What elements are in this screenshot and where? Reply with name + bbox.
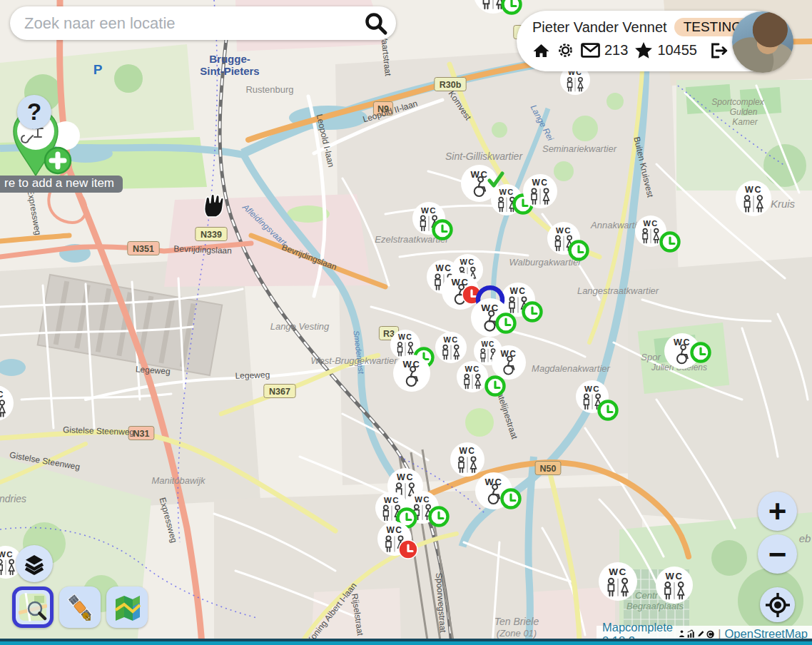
svg-text:WC: WC	[532, 178, 549, 188]
home-icon[interactable]	[532, 42, 550, 59]
map-label: Sportcomplex	[711, 97, 764, 107]
opening-hours-badge-green	[503, 0, 521, 14]
road-shield-label: N367	[269, 387, 290, 397]
map-label: Bevrijdingslaan	[173, 244, 232, 256]
messages-count[interactable]: 213	[604, 42, 628, 59]
add-item-tooltip: re to add a new item	[0, 176, 123, 193]
map-label: ndries	[0, 493, 26, 504]
map-label: Centr	[635, 590, 658, 601]
theme-bottom-bar	[0, 639, 812, 645]
svg-text:WC: WC	[644, 219, 659, 228]
zoom-in-button[interactable]: +	[758, 492, 797, 531]
map-label: Sint-Pieters	[200, 65, 259, 77]
map-label: P	[93, 62, 103, 77]
svg-text:WC: WC	[501, 349, 517, 359]
map-label: Manitobawijk	[151, 475, 206, 486]
crosshair-icon	[765, 592, 791, 618]
map-label: Gulden	[730, 107, 758, 117]
logout-icon[interactable]	[709, 42, 728, 59]
map-label: Kruis	[771, 198, 796, 210]
toilet-marker[interactable]: WC	[656, 567, 693, 604]
map-label: (Zone 01)	[497, 628, 537, 639]
svg-text:WC: WC	[460, 446, 476, 456]
map-label: Langestraatkwartier	[577, 285, 659, 296]
svg-text:WC: WC	[674, 337, 691, 347]
settings-gear-icon[interactable]	[557, 41, 574, 59]
search-bar	[10, 6, 396, 40]
layer-option-map[interactable]	[106, 586, 148, 628]
layers-button[interactable]	[16, 545, 53, 582]
map-label: Ten Briele	[494, 616, 539, 627]
map-label: eb	[799, 532, 811, 544]
map-label: Sint-Gilliskwartier	[445, 151, 523, 162]
opening-hours-badge-green	[692, 344, 710, 362]
statistics-icon[interactable]	[687, 629, 694, 639]
svg-text:WC: WC	[465, 365, 480, 373]
zoom-out-button[interactable]: −	[758, 534, 797, 574]
map-label: Rustenburg	[245, 84, 293, 95]
toilet-marker[interactable]: WC	[599, 562, 637, 601]
toilet-marker[interactable]: WC	[393, 355, 430, 392]
opening-hours-badge-green	[524, 303, 542, 321]
svg-text:WC: WC	[556, 226, 572, 235]
svg-text:WC: WC	[584, 385, 600, 393]
osm-map-icon	[19, 593, 47, 621]
hand-cursor-icon	[205, 194, 224, 217]
svg-text:WC: WC	[499, 188, 514, 196]
svg-text:WC: WC	[398, 332, 412, 341]
satellite-icon	[65, 592, 95, 622]
opening-hours-badge-green	[570, 242, 588, 260]
svg-text:WC: WC	[421, 206, 437, 215]
mapcomplete-app: { "search": { "placeholder": "Zoek naar …	[0, 0, 812, 645]
messages-icon[interactable]	[581, 43, 600, 58]
map-label: Spor	[641, 352, 661, 362]
changes-count[interactable]: 10455	[657, 42, 697, 59]
svg-text:WC: WC	[666, 571, 684, 581]
map-label: Kamer	[732, 117, 758, 127]
opening-hours-badge-green	[487, 377, 504, 395]
toilet-marker[interactable]: WC	[492, 345, 526, 380]
layer-option-osm[interactable]	[12, 586, 54, 628]
map-label: Walburgakwartier	[509, 257, 582, 268]
geolocate-button[interactable]	[760, 587, 795, 622]
star-icon	[634, 41, 653, 59]
map-label: West-Bruggekwartier	[310, 355, 397, 366]
svg-text:WC: WC	[481, 340, 494, 348]
svg-text:WC: WC	[444, 335, 459, 344]
question-mark: ?	[27, 98, 41, 126]
layers-icon	[21, 551, 47, 577]
help-button[interactable]: ?	[17, 95, 51, 129]
toilet-marker[interactable]: WC	[435, 332, 467, 363]
toilet-marker[interactable]: WC	[450, 442, 484, 477]
map-label: Seminariekwartier	[542, 143, 617, 154]
map-label: Legeweg	[235, 370, 270, 381]
opening-hours-badge-green	[434, 221, 452, 239]
opening-hours-badge-green	[430, 508, 448, 526]
opening-hours-badge-green	[661, 233, 679, 251]
road-shield-label: N339	[201, 230, 222, 240]
user-stat-icon[interactable]	[679, 629, 685, 639]
map-label: Lange Vesting	[270, 321, 330, 332]
toilet-marker[interactable]: WC	[523, 174, 557, 208]
search-input[interactable]	[23, 14, 363, 34]
search-icon[interactable]	[363, 11, 389, 36]
road-shield-label: N50	[540, 464, 557, 474]
svg-text:WC: WC	[460, 258, 475, 266]
pen-icon[interactable]	[697, 629, 704, 639]
toilet-marker[interactable]: WC	[736, 181, 771, 216]
opening-hours-badge-green	[599, 402, 617, 420]
road-shield-label: N351	[133, 244, 154, 254]
user-name: Pieter Vander Vennet	[532, 19, 667, 36]
svg-text:WC: WC	[609, 567, 627, 577]
layer-option-satellite[interactable]	[59, 586, 101, 628]
svg-text:WC: WC	[415, 495, 430, 504]
background-layer-picker	[12, 586, 148, 628]
svg-text:WC: WC	[0, 550, 14, 559]
user-avatar[interactable]	[732, 11, 793, 73]
svg-text:WC: WC	[384, 496, 400, 504]
map-label: Magdalenakwartier	[532, 363, 611, 374]
folded-map-icon	[112, 593, 142, 621]
svg-text:WC: WC	[510, 286, 527, 296]
opening-hours-badge-green	[497, 315, 515, 332]
road-shield-label: R30b	[440, 80, 462, 90]
